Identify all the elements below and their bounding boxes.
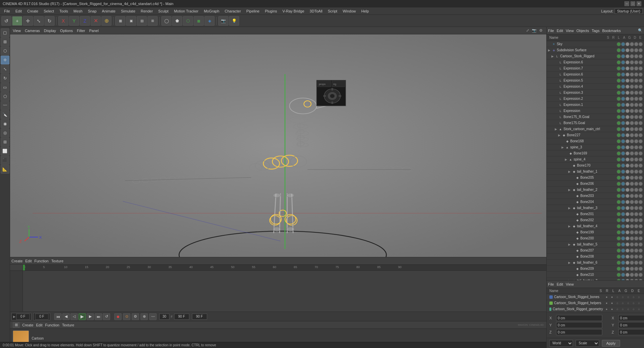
obj-dot-2[interactable]: [625, 139, 630, 143]
obj-dot-5[interactable]: [639, 261, 643, 265]
menu-window[interactable]: Window: [340, 8, 358, 14]
obj-dot-1[interactable]: [621, 176, 625, 180]
obj-dot-0[interactable]: [617, 133, 621, 137]
minimize-button[interactable]: ─: [624, 1, 629, 6]
layer-s-geometry[interactable]: ●: [604, 307, 609, 312]
tree-expand-icon[interactable]: ▶: [561, 146, 565, 149]
obj-dot-3[interactable]: [630, 115, 634, 119]
obj-dot-5[interactable]: [639, 194, 643, 198]
obj-dot-0[interactable]: [617, 66, 621, 70]
obj-dot-1[interactable]: [621, 121, 625, 125]
obj-tree-row[interactable]: ▶◆tail_feather_2: [547, 187, 644, 193]
obj-dot-1[interactable]: [621, 279, 625, 281]
layer-d-helpers[interactable]: ○: [631, 301, 636, 306]
obj-dot-5[interactable]: [639, 188, 643, 192]
obj-dot-0[interactable]: [617, 91, 621, 95]
obj-dot-1[interactable]: [621, 145, 625, 149]
tool-rotate[interactable]: ↻: [1, 74, 9, 83]
obj-dot-5[interactable]: [639, 72, 643, 77]
obj-tree-row[interactable]: LExpression.4: [547, 84, 644, 90]
obj-dot-1[interactable]: [621, 115, 625, 119]
obj-dot-3[interactable]: [630, 97, 634, 101]
tool-move[interactable]: ✛: [1, 56, 9, 64]
obj-dot-2[interactable]: [625, 97, 630, 101]
toolbar-deformer[interactable]: ◈: [204, 16, 215, 26]
obj-tree-row[interactable]: ▶◆tail_feather_3: [547, 205, 644, 211]
layer-g-geometry[interactable]: ○: [626, 307, 631, 312]
obj-dot-1[interactable]: [621, 255, 625, 259]
close-button[interactable]: ✕: [637, 1, 641, 6]
obj-dot-4[interactable]: [634, 164, 638, 168]
rot-p-input[interactable]: [618, 322, 644, 328]
obj-dot-4[interactable]: [634, 139, 638, 143]
obj-dot-0[interactable]: [617, 164, 621, 168]
obj-dot-0[interactable]: [617, 42, 621, 46]
obj-dot-5[interactable]: [639, 200, 643, 204]
tree-expand-icon[interactable]: ▶: [568, 170, 572, 173]
obj-dot-5[interactable]: [639, 145, 643, 149]
menu-file[interactable]: File: [1, 8, 13, 14]
layout-value[interactable]: Startup (User): [615, 8, 643, 14]
key-settings-button[interactable]: ⚙: [132, 313, 139, 320]
obj-search-icon[interactable]: 🔍: [638, 28, 643, 33]
obj-menu-file[interactable]: File: [548, 29, 554, 33]
obj-dot-4[interactable]: [634, 170, 638, 174]
tool-brush[interactable]: ◎: [1, 128, 9, 137]
obj-dot-1[interactable]: [621, 103, 625, 107]
rot-b-input[interactable]: [618, 329, 644, 335]
layer-e-bones[interactable]: ○: [637, 295, 641, 299]
obj-dot-5[interactable]: [639, 164, 643, 168]
obj-dot-0[interactable]: [617, 145, 621, 149]
obj-dot-1[interactable]: [621, 212, 625, 216]
obj-dot-3[interactable]: [630, 212, 634, 216]
toolbar-generator[interactable]: ◼: [194, 16, 204, 26]
skip-back-button[interactable]: ⏮: [54, 313, 62, 320]
obj-dot-3[interactable]: [630, 91, 634, 95]
toolbar-nurbs[interactable]: ⬡: [183, 16, 193, 26]
obj-dot-4[interactable]: [634, 182, 638, 186]
scale-dropdown[interactable]: Scale: [576, 340, 599, 347]
obj-dot-4[interactable]: [634, 236, 638, 240]
obj-dot-1[interactable]: [621, 170, 625, 174]
play-back-button[interactable]: ◁: [70, 313, 78, 320]
obj-dot-5[interactable]: [639, 279, 643, 281]
obj-dot-5[interactable]: [639, 218, 643, 222]
obj-dot-2[interactable]: [625, 60, 630, 64]
obj-dot-1[interactable]: [621, 188, 625, 192]
step-forward-button[interactable]: ▶: [87, 313, 94, 320]
layer-l-geometry[interactable]: ○: [615, 307, 620, 312]
toolbar-polygon[interactable]: ◯: [161, 16, 171, 26]
layer-geometry[interactable]: Cartoon_Stork_Rigged_geometry ● ● ○ ○ ○ …: [547, 306, 644, 312]
loop-button[interactable]: ↺: [103, 313, 110, 320]
obj-dot-3[interactable]: [630, 236, 634, 240]
viewport-menu-view[interactable]: View: [13, 29, 21, 33]
obj-tree-row[interactable]: ◆Bone207: [547, 248, 644, 254]
obj-dot-2[interactable]: [625, 176, 630, 180]
obj-dot-5[interactable]: [639, 66, 643, 70]
layer-r-helpers[interactable]: ●: [610, 301, 614, 306]
frame-end-input[interactable]: [174, 314, 189, 320]
layer-e-geometry[interactable]: ○: [637, 307, 641, 312]
obj-tree-row[interactable]: ◆Bone205: [547, 175, 644, 181]
obj-dot-1[interactable]: [621, 91, 625, 95]
obj-dot-0[interactable]: [617, 151, 621, 155]
layer-l-helpers[interactable]: ○: [615, 301, 620, 306]
obj-dot-2[interactable]: [625, 121, 630, 125]
tool-model[interactable]: ▢: [1, 28, 9, 37]
menu-3dtoall[interactable]: 3DToAll: [307, 8, 325, 14]
obj-dot-5[interactable]: [639, 206, 643, 210]
obj-menu-view[interactable]: View: [566, 29, 574, 33]
obj-dot-4[interactable]: [634, 127, 638, 131]
menu-mesh[interactable]: Mesh: [71, 8, 85, 14]
obj-tree-row[interactable]: LExpression: [547, 108, 644, 114]
obj-dot-1[interactable]: [621, 48, 625, 52]
obj-tree-row[interactable]: ◆Bone206: [547, 181, 644, 187]
apply-button[interactable]: Apply: [602, 340, 620, 347]
tree-expand-icon[interactable]: ▶: [568, 225, 572, 228]
obj-tree-row[interactable]: ◆Bone203: [547, 193, 644, 199]
mat-menu-create[interactable]: Create: [22, 323, 33, 327]
obj-dot-4[interactable]: [634, 200, 638, 204]
obj-dot-4[interactable]: [634, 133, 638, 137]
obj-dot-3[interactable]: [630, 279, 634, 281]
obj-dot-5[interactable]: [639, 91, 643, 95]
